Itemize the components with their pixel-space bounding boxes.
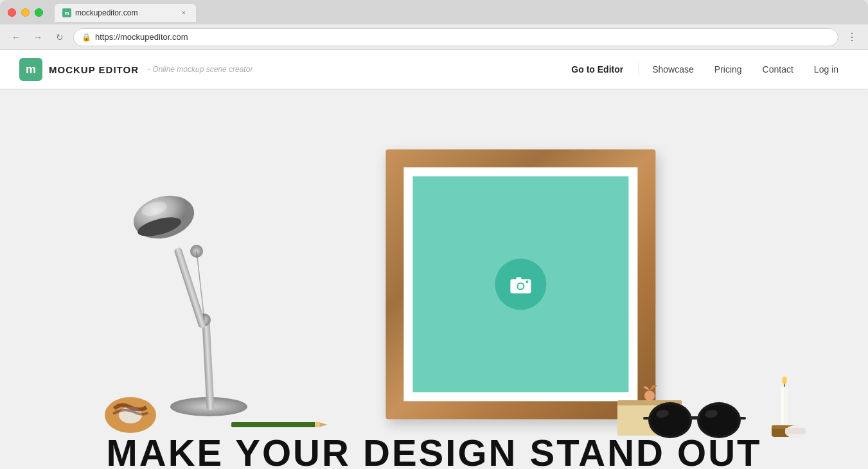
minimize-button[interactable]	[21, 8, 30, 17]
svg-rect-39	[785, 428, 806, 434]
brand-name: MOCKUP EDITOR	[49, 64, 139, 75]
frame-canvas[interactable]	[412, 176, 628, 392]
svg-point-4	[526, 280, 528, 283]
svg-point-11	[128, 190, 199, 245]
go-to-editor-link[interactable]: Go to Editor	[558, 59, 636, 80]
svg-rect-6	[202, 320, 214, 410]
svg-rect-33	[781, 387, 784, 427]
reload-button[interactable]: ↻	[51, 29, 68, 46]
nav-divider	[639, 63, 639, 76]
showcase-link[interactable]: Showcase	[642, 59, 704, 80]
svg-rect-8	[173, 247, 207, 328]
close-button[interactable]	[8, 8, 16, 17]
browser-toolbar: ← → ↻ 🔒 https://mockupeditor.com ⋮	[0, 24, 868, 50]
browser-tab[interactable]: m mockupeditor.com ✕	[55, 4, 196, 22]
url-text: https://mockupeditor.com	[95, 32, 188, 42]
svg-rect-28	[643, 417, 650, 420]
desk-lamp	[122, 182, 283, 420]
svg-rect-19	[315, 422, 320, 427]
pencil	[231, 420, 328, 432]
address-bar[interactable]: 🔒 https://mockupeditor.com	[73, 28, 838, 46]
tab-title: mockupeditor.com	[75, 8, 137, 17]
hero-headline: MAKE YOUR DESIGN STAND OUT	[106, 431, 761, 469]
fullscreen-button[interactable]	[35, 8, 43, 17]
pricing-link[interactable]: Pricing	[704, 59, 752, 80]
contact-link[interactable]: Contact	[752, 59, 804, 80]
frame-inner	[403, 167, 637, 401]
forward-button[interactable]: →	[30, 29, 46, 46]
svg-rect-27	[689, 416, 700, 420]
logo-tagline: - Online mockup scene creator	[148, 65, 252, 74]
svg-rect-29	[740, 417, 746, 420]
browser-titlebar: m mockupeditor.com ✕	[0, 0, 868, 24]
svg-point-35	[782, 376, 787, 384]
svg-rect-3	[516, 277, 521, 279]
security-icon: 🔒	[82, 33, 91, 42]
tab-close-button[interactable]: ✕	[179, 8, 188, 17]
upload-icon-circle[interactable]	[495, 258, 546, 310]
browser-window: m mockupeditor.com ✕ ← → ↻ 🔒 https://moc…	[0, 0, 868, 50]
mockup-scene: MAKE YOUR DESIGN STAND OUT	[0, 89, 868, 469]
donut	[102, 389, 159, 437]
svg-point-2	[518, 283, 523, 288]
tab-favicon: m	[62, 8, 71, 17]
site-nav: Go to Editor Showcase Pricing Contact Lo…	[558, 59, 849, 80]
website-content: m MOCKUP EDITOR - Online mockup scene cr…	[0, 50, 868, 469]
back-button[interactable]: ←	[8, 29, 24, 46]
candle-holder	[762, 375, 807, 442]
hero-section: MAKE YOUR DESIGN STAND OUT	[0, 89, 868, 469]
svg-rect-17	[231, 422, 318, 427]
login-link[interactable]: Log in	[804, 59, 849, 80]
browser-menu-button[interactable]: ⋮	[844, 29, 860, 46]
site-header: m MOCKUP EDITOR - Online mockup scene cr…	[0, 50, 868, 89]
camera-icon	[508, 271, 533, 297]
logo-icon: m	[19, 58, 42, 81]
site-logo[interactable]: m MOCKUP EDITOR - Online mockup scene cr…	[19, 58, 252, 81]
